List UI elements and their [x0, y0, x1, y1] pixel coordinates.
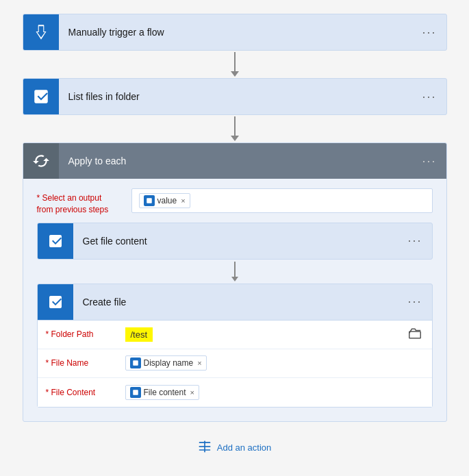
display-name-tag: Display name ×: [125, 355, 207, 371]
inner-arrow: [37, 260, 433, 284]
get-file-title: Get file content: [73, 236, 398, 247]
apply-each-container: Apply to each ··· Select an outputfrom p…: [23, 142, 447, 422]
get-file-icon: [38, 223, 73, 259]
select-output-input[interactable]: value ×: [131, 188, 433, 213]
list-files-menu[interactable]: ···: [412, 90, 446, 104]
file-content-tag-icon: [130, 387, 141, 398]
value-tag-close[interactable]: ×: [181, 197, 185, 205]
display-name-tag-close[interactable]: ×: [197, 359, 201, 367]
add-action-wrapper: Add an action: [190, 436, 280, 460]
file-content-tag-close[interactable]: ×: [190, 388, 194, 397]
file-name-input[interactable]: Display name ×: [120, 353, 432, 373]
create-file-icon: [38, 284, 73, 320]
file-content-tag: File content ×: [125, 385, 199, 400]
svg-rect-4: [199, 442, 210, 443]
folder-path-input[interactable]: /test: [120, 325, 432, 345]
display-name-tag-icon: [130, 358, 141, 368]
file-content-row: * File Content File content ×: [38, 378, 432, 407]
add-action-icon: [198, 440, 212, 455]
folder-path-label: * Folder Path: [38, 324, 120, 345]
svg-rect-2: [199, 446, 210, 447]
create-file-header[interactable]: Create file ···: [38, 284, 432, 320]
trigger-step[interactable]: Manually trigger a flow ···: [23, 14, 447, 51]
create-file-step: Create file ··· * Folder Path /test: [37, 284, 433, 408]
svg-rect-3: [199, 449, 210, 451]
file-content-input[interactable]: File content ×: [120, 382, 432, 403]
file-content-label: * File Content: [38, 382, 120, 403]
apply-each-header[interactable]: Apply to each ···: [23, 143, 446, 179]
add-action-button[interactable]: Add an action: [190, 436, 280, 460]
file-name-row: * File Name Display name ×: [38, 349, 432, 378]
list-files-icon: [23, 79, 59, 114]
trigger-menu[interactable]: ···: [412, 25, 446, 40]
create-file-menu[interactable]: ···: [398, 295, 431, 309]
create-file-title: Create file: [73, 297, 398, 308]
arrow-1: [231, 51, 239, 78]
folder-browse-icon[interactable]: [409, 328, 421, 341]
value-tag-text: value: [157, 196, 177, 205]
trigger-icon: [23, 14, 59, 50]
file-content-tag-text: File content: [144, 388, 186, 397]
folder-path-value: /test: [125, 327, 153, 342]
list-files-step[interactable]: List files in folder ···: [23, 78, 447, 115]
value-tag: value ×: [139, 193, 190, 208]
select-output-label: Select an outputfrom previous steps: [37, 188, 126, 216]
arrow-2: [231, 115, 239, 142]
get-file-menu[interactable]: ···: [398, 234, 431, 248]
folder-path-row: * Folder Path /test: [38, 321, 432, 349]
get-file-step[interactable]: Get file content ···: [37, 223, 433, 260]
file-name-label: * File Name: [38, 353, 120, 373]
select-output-row: Select an outputfrom previous steps valu…: [37, 188, 433, 216]
create-file-body: * Folder Path /test: [38, 320, 432, 407]
value-tag-icon: [144, 195, 155, 206]
apply-each-menu[interactable]: ···: [412, 154, 446, 168]
display-name-tag-text: Display name: [144, 358, 194, 368]
svg-rect-0: [409, 331, 420, 338]
apply-each-icon: [23, 143, 59, 179]
add-action-label: Add an action: [217, 442, 272, 453]
trigger-title: Manually trigger a flow: [59, 27, 413, 38]
apply-each-body: Select an outputfrom previous steps valu…: [23, 179, 446, 421]
flow-canvas: Manually trigger a flow ··· List files i…: [0, 0, 469, 476]
apply-each-title: Apply to each: [59, 155, 413, 166]
list-files-title: List files in folder: [59, 91, 413, 102]
